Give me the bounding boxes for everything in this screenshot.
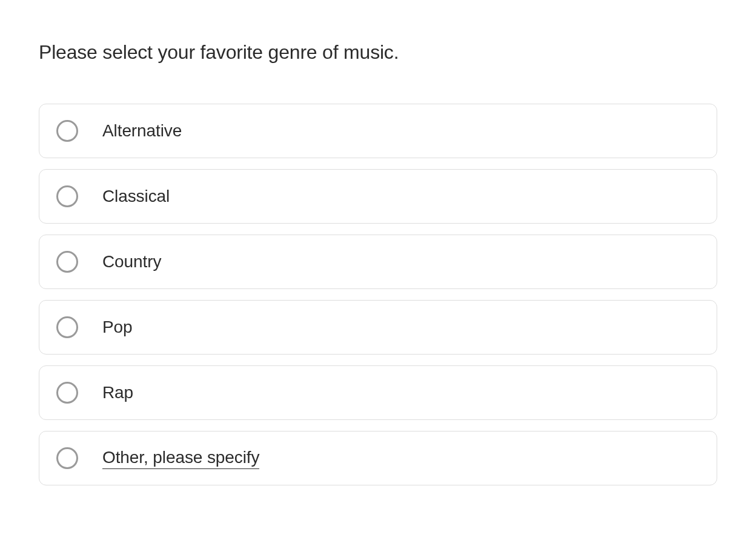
option-rap[interactable]: Rap bbox=[39, 365, 717, 420]
option-classical[interactable]: Classical bbox=[39, 169, 717, 224]
option-alternative[interactable]: Alternative bbox=[39, 104, 717, 158]
radio-icon bbox=[56, 447, 78, 469]
option-other[interactable]: Other, please specify bbox=[39, 431, 717, 485]
survey-card: Please select your favorite genre of mus… bbox=[0, 0, 756, 522]
option-label: Country bbox=[102, 252, 161, 272]
option-label: Alternative bbox=[102, 121, 182, 141]
question-prompt: Please select your favorite genre of mus… bbox=[39, 41, 717, 64]
option-pop[interactable]: Pop bbox=[39, 300, 717, 355]
radio-icon bbox=[56, 185, 78, 207]
radio-icon bbox=[56, 120, 78, 142]
option-label: Pop bbox=[102, 318, 133, 337]
radio-icon bbox=[56, 382, 78, 404]
radio-icon bbox=[56, 251, 78, 273]
option-label: Other, please specify bbox=[102, 448, 259, 469]
option-country[interactable]: Country bbox=[39, 235, 717, 289]
option-label: Classical bbox=[102, 187, 170, 206]
option-label: Rap bbox=[102, 383, 133, 402]
radio-icon bbox=[56, 316, 78, 338]
options-group: Alternative Classical Country Pop Rap Ot… bbox=[39, 104, 717, 485]
